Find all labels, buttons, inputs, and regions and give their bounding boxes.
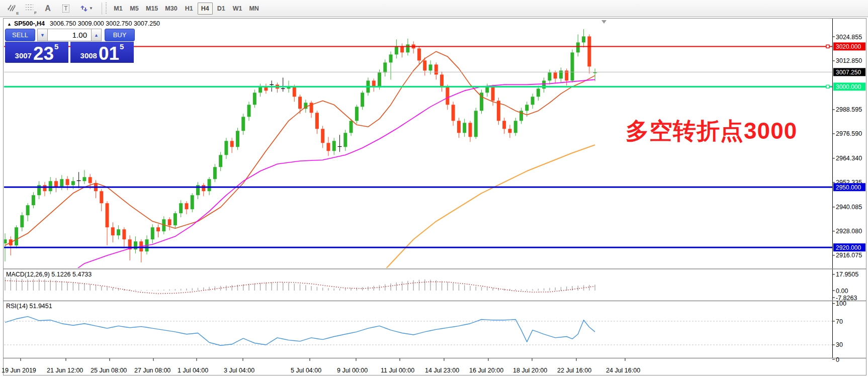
time-axis-label: 27 Jun 08:00 (134, 367, 170, 374)
time-axis-label: 25 Jun 08:00 (91, 367, 127, 374)
sell-price-small: 3007 (15, 52, 32, 61)
ma-fast-line (5, 51, 595, 245)
buy-price-small: 3008 (80, 52, 97, 61)
sell-price-sup: 5 (54, 43, 58, 50)
price-axis-label: 2916.075 (836, 252, 862, 259)
macd-pane (5, 277, 595, 294)
rsi-axis-label: 30 (836, 341, 843, 348)
price-level-badge: 2920.000 (833, 243, 865, 251)
price-axis-label: 2964.340 (836, 155, 862, 162)
svg-text:3020.000: 3020.000 (836, 43, 861, 50)
time-axis-label: 14 Jul 23:00 (425, 367, 459, 374)
time-axis-label: 22 Jul 16:00 (557, 367, 591, 374)
time-axis: 19 Jun 201921 Jun 12:0025 Jun 08:0027 Ju… (2, 358, 640, 374)
trade-prices-row: 3007 23 5 3008 01 5 (5, 42, 136, 63)
annotation-text: 多空转折点3000 (626, 116, 797, 147)
candlestick-pane (4, 29, 597, 275)
line-handle (826, 45, 829, 48)
volume-decrease-button[interactable]: ▼ (37, 29, 47, 41)
time-axis-label: 3 Jul 04:00 (224, 367, 254, 374)
sell-price-big: 23 (33, 46, 54, 61)
price-level-badge: 2950.000 (833, 183, 865, 191)
trade-controls-row: SELL ▼ 1.00 ▲ BUY (5, 28, 136, 42)
buy-button[interactable]: BUY (105, 29, 135, 41)
macd-axis-label: 17.9505 (836, 271, 858, 278)
time-axis-label: 24 Jul 16:00 (606, 367, 640, 374)
buy-price-sup: 5 (120, 43, 124, 50)
buy-price-big: 01 (99, 46, 119, 61)
time-axis-label: 1 Jul 04:00 (178, 367, 208, 374)
sell-button[interactable]: SELL (5, 29, 35, 41)
buy-price-display[interactable]: 3008 01 5 (70, 42, 134, 63)
price-axis-label: 2976.590 (836, 130, 862, 137)
one-click-trade-panel: SELL ▼ 1.00 ▲ BUY 3007 23 5 3008 01 5 (5, 28, 136, 63)
rsi-line (5, 317, 595, 346)
ma-slow-line (380, 145, 595, 275)
price-level-badge: 3020.000 (833, 42, 865, 50)
price-axis-label: 2988.595 (836, 106, 862, 113)
price-level-badge: 3000.000 (833, 82, 865, 90)
time-axis-label: 18 Jul 20:00 (513, 367, 547, 374)
trading-terminal: E F A T ▼ M1M5M1 (0, 0, 868, 377)
time-axis-label: 21 Jun 12:00 (47, 367, 83, 374)
macd-axis-label: 0.00 (836, 288, 848, 295)
rsi-axis-label: 100 (836, 300, 846, 307)
collapse-arrow-icon[interactable]: ▲ (7, 22, 12, 27)
price-axis-label: 2928.080 (836, 228, 862, 235)
time-axis-label: 16 Jul 20:00 (469, 367, 503, 374)
rsi-axis-label: 0 (836, 356, 839, 363)
ohlc-values: 3006.750 3009.000 3002.750 3007.250 (50, 20, 160, 27)
time-axis-label: 11 Jul 00:00 (381, 367, 414, 374)
svg-text:2950.000: 2950.000 (836, 184, 861, 191)
svg-text:3000.000: 3000.000 (836, 83, 861, 90)
time-axis-label: 9 Jul 00:00 (337, 367, 368, 374)
volume-increase-button[interactable]: ▲ (92, 29, 102, 41)
rsi-pane (4, 317, 832, 346)
chart-header: ▲SP500-,H43006.750 3009.000 3002.750 300… (7, 20, 160, 27)
volume-input[interactable]: 1.00 (47, 29, 92, 41)
symbol-label: SP500-,H4 (14, 20, 45, 27)
line-handle (826, 85, 829, 88)
svg-text:2920.000: 2920.000 (836, 244, 861, 251)
svg-text:3007.250: 3007.250 (836, 69, 861, 76)
price-level-badge: 3007.250 (833, 68, 865, 76)
time-axis-label: 5 Jul 04:00 (291, 367, 321, 374)
sell-price-display[interactable]: 3007 23 5 (5, 42, 68, 63)
chart-shift-marker-icon (601, 20, 606, 24)
price-axis-label: 3024.855 (836, 34, 862, 41)
rsi-axis-label: 70 (836, 318, 843, 325)
time-axis-label: 19 Jun 2019 (2, 367, 36, 374)
rsi-label: RSI(14) 51.9451 (6, 303, 52, 310)
macd-label: MACD(12,26,9) 5.1226 5.4733 (6, 271, 92, 278)
price-axis-label: 3012.850 (836, 57, 862, 64)
price-axis-label: 2940.085 (836, 204, 862, 211)
